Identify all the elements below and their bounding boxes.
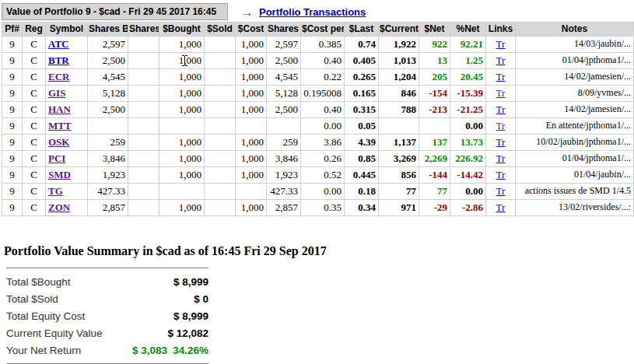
links-cell: Tr bbox=[486, 199, 516, 215]
column-header-shares-held: Shares Held bbox=[267, 23, 301, 37]
reg-cell: C bbox=[23, 150, 46, 166]
summary-row: Current Equity Value$ 12,082 bbox=[6, 324, 208, 341]
notes-cell: 10/02/jaubin/jpthoma1/... bbox=[516, 134, 634, 150]
column-header-cost: $Cost bbox=[236, 23, 267, 37]
notes-cell: 14/02/jamesien/... bbox=[516, 101, 634, 117]
portfolio-transactions-link[interactable]: Portfolio Transactions bbox=[259, 6, 366, 18]
shares_held-cell: 1,923 bbox=[267, 166, 301, 183]
column-header-notes: Notes bbox=[516, 23, 634, 37]
column-header-net: $Net bbox=[419, 23, 450, 37]
symbol-link[interactable]: ECR bbox=[48, 71, 69, 82]
pf-cell: 9 bbox=[2, 166, 23, 183]
symbol-link[interactable]: OSK bbox=[48, 136, 69, 148]
symbol-link[interactable]: GIS bbox=[48, 87, 65, 99]
transactions-link[interactable]: Tr bbox=[496, 103, 506, 115]
net-cell: -213 bbox=[419, 101, 450, 117]
reg-cell: C bbox=[23, 166, 46, 183]
cost_per_share-cell: 0.195008 bbox=[301, 85, 345, 101]
current_value-cell: 1,922 bbox=[379, 36, 419, 52]
last-cell: 4.39 bbox=[345, 134, 379, 150]
shares_held-cell: 4,545 bbox=[267, 68, 301, 85]
notes-cell: 01/04/jaubin/... bbox=[516, 166, 634, 183]
last-cell: 0.445 bbox=[345, 166, 379, 183]
bought-cell: 1,000 bbox=[159, 36, 205, 52]
transactions-link[interactable]: Tr bbox=[496, 71, 506, 82]
sold-cell bbox=[205, 85, 236, 101]
shares_sold-cell bbox=[128, 52, 159, 68]
portfolio-table: Pf#RegSymbolShares BoughtShares Sold$Bou… bbox=[2, 22, 634, 216]
bought-cell bbox=[159, 117, 205, 134]
pf-cell: 9 bbox=[2, 150, 23, 166]
column-header-links: Links bbox=[486, 23, 516, 37]
symbol-cell: BTR bbox=[46, 52, 88, 68]
notes-cell: 14/03/jaubin/... bbox=[516, 36, 634, 52]
transactions-link[interactable]: Tr bbox=[496, 38, 506, 50]
sold-cell bbox=[205, 199, 236, 215]
cost-cell: 1,000 bbox=[236, 134, 267, 150]
sold-cell bbox=[205, 183, 236, 199]
links-cell: Tr bbox=[486, 101, 516, 117]
cost-cell: 1,000 bbox=[236, 68, 267, 85]
links-cell: Tr bbox=[486, 52, 516, 68]
current_value-cell: 846 bbox=[379, 85, 419, 101]
transactions-link[interactable]: Tr bbox=[496, 120, 506, 131]
shares_sold-cell bbox=[128, 68, 159, 85]
shares_bought-cell: 5,128 bbox=[88, 85, 128, 101]
net-cell: 77 bbox=[419, 183, 450, 199]
shares_held-cell: 427.33 bbox=[267, 183, 301, 199]
shares_held-cell: 2,597 bbox=[267, 36, 301, 52]
transactions-link[interactable]: Tr bbox=[496, 87, 506, 99]
notes-cell: 13/02/riversides/...: bbox=[516, 199, 634, 215]
reg-cell: C bbox=[23, 36, 46, 52]
summary-amount: $ 12,082 bbox=[123, 324, 208, 341]
summary-label: Your Net Return bbox=[6, 341, 123, 364]
symbol-cell: TG bbox=[46, 183, 88, 199]
cost_per_share-cell: 0.52 bbox=[301, 166, 345, 183]
symbol-link[interactable]: TG bbox=[48, 185, 63, 197]
net-cell: 205 bbox=[419, 68, 450, 85]
symbol-link[interactable]: PCI bbox=[48, 152, 65, 164]
pct_net-cell: 20.45 bbox=[450, 68, 486, 85]
transactions-link[interactable]: Tr bbox=[496, 169, 506, 180]
cost-cell: 1,000 bbox=[236, 166, 267, 183]
symbol-link[interactable]: ATC bbox=[48, 38, 68, 50]
symbol-link[interactable]: SMD bbox=[48, 169, 71, 180]
pf-cell: 9 bbox=[2, 52, 23, 68]
symbol-link[interactable]: BTR bbox=[48, 54, 69, 66]
reg-cell: C bbox=[23, 199, 46, 215]
cost-cell: 1,000 bbox=[236, 150, 267, 166]
links-cell: Tr bbox=[486, 150, 516, 166]
cost_per_share-cell: 0.26 bbox=[301, 150, 345, 166]
sold-cell bbox=[205, 150, 236, 166]
cost_per_share-cell: 3.86 bbox=[301, 134, 345, 150]
portfolio-title: Value of Portfolio 9 - $cad - Fri 29 45 … bbox=[6, 6, 216, 17]
shares_bought-cell: 427.33 bbox=[88, 183, 128, 199]
symbol-link[interactable]: MTT bbox=[48, 120, 72, 131]
symbol-cell: ECR bbox=[46, 68, 88, 85]
transactions-link[interactable]: Tr bbox=[496, 54, 506, 66]
reg-cell: C bbox=[23, 183, 46, 199]
sold-cell bbox=[205, 134, 236, 150]
transactions-link[interactable]: Tr bbox=[496, 136, 506, 148]
notes-cell: 01/04/jpthoma1/... bbox=[516, 52, 634, 68]
portfolio-table-body: 9CATC2,5971,0001,0002,5970.3850.741,9229… bbox=[2, 36, 634, 215]
current_value-cell: 3,269 bbox=[379, 150, 419, 166]
column-header-bought: $Bought bbox=[159, 23, 205, 37]
summary-row: Total $Bought$ 8,999 bbox=[6, 268, 208, 291]
cost_per_share-cell: 0.385 bbox=[301, 36, 345, 52]
bought-cell: 1,000 bbox=[159, 101, 205, 117]
pf-cell: 9 bbox=[2, 101, 23, 117]
transactions-link[interactable]: Tr bbox=[496, 185, 506, 197]
transactions-link[interactable]: Tr bbox=[496, 201, 506, 213]
summary-heading: Portfolio Value Summary in $cad as of 16… bbox=[4, 244, 327, 258]
cost_per_share-cell: 0.22 bbox=[301, 68, 345, 85]
transactions-link[interactable]: Tr bbox=[496, 152, 506, 164]
shares_sold-cell bbox=[128, 166, 159, 183]
symbol-link[interactable]: HAN bbox=[48, 103, 71, 115]
pf-cell: 9 bbox=[2, 183, 23, 199]
pct_net-cell: 92.21 bbox=[450, 36, 486, 52]
bought-cell: 1,000 bbox=[159, 150, 205, 166]
portfolio-title-bar: Value of Portfolio 9 - $cad - Fri 29 45 … bbox=[2, 3, 228, 20]
table-row: 9COSK2591,0001,0002593.864.391,13713713.… bbox=[2, 134, 634, 150]
symbol-link[interactable]: ZON bbox=[48, 201, 70, 213]
